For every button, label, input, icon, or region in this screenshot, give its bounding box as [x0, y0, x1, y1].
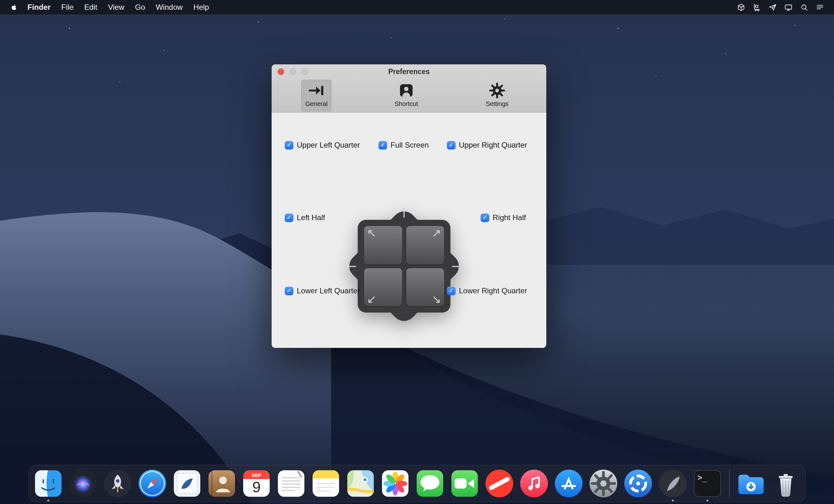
checkbox[interactable]: ✓	[285, 141, 293, 150]
check-icon: ✓	[286, 287, 292, 293]
dock-item-trash[interactable]	[771, 468, 801, 499]
paper-plane-icon[interactable]	[767, 2, 778, 12]
window-title: Preferences	[271, 67, 546, 76]
checkbox[interactable]: ✓	[285, 287, 293, 295]
graphic-quadrant-tiles: ↖ ↗ ↙ ↘	[364, 226, 444, 306]
arrow-right-icon: →	[452, 260, 462, 273]
dock-item-no-entry-app[interactable]	[484, 468, 514, 499]
menu-item-finder[interactable]: Finder	[22, 0, 56, 15]
tab-label: Shortcut	[395, 100, 418, 108]
arrow-down-left-icon: ↙	[367, 293, 376, 305]
menu-bar-status-tray	[736, 2, 834, 12]
dock-separator	[729, 469, 730, 498]
dock-item-contacts[interactable]	[206, 468, 237, 499]
menu-item-file[interactable]: File	[56, 0, 79, 15]
move-to-edge-icon	[308, 82, 325, 99]
dock-item-finder[interactable]	[33, 468, 63, 499]
checkbox-label: Upper Right Quarter	[459, 141, 527, 150]
close-button[interactable]	[278, 68, 284, 75]
terminal-prompt-label: >_	[697, 473, 707, 483]
checkbox-label: Left Half	[297, 213, 325, 222]
display-mirroring-icon[interactable]	[783, 2, 794, 12]
quadrant-tile-upper-right: ↗	[406, 226, 444, 264]
checkbox-label: Full Screen	[391, 141, 429, 150]
gear-icon	[489, 82, 506, 99]
notification-list-icon[interactable]	[814, 2, 825, 12]
dock: SEP9	[28, 465, 806, 502]
check-icon: ✓	[448, 141, 454, 148]
checkbox[interactable]: ✓	[447, 287, 456, 295]
checkbox-label: Upper Left Quarter	[297, 141, 360, 150]
desktop: Finder File Edit View Go Window Help	[0, 0, 834, 504]
dock-item-terminal[interactable]: >_	[693, 468, 723, 499]
checkbox-label: Lower Right Quarter	[459, 286, 527, 295]
hand-truck-icon[interactable]	[751, 2, 762, 12]
checkbox-item-left-half[interactable]: ✓ Left Half	[285, 213, 325, 223]
apple-menu[interactable]	[7, 3, 20, 12]
user-card-icon	[398, 82, 415, 99]
dock-item-messages[interactable]	[415, 468, 445, 499]
checkbox-label: Right Half	[493, 213, 526, 222]
tab-general[interactable]: General	[301, 80, 331, 111]
checkbox-item-lower-left-quarter[interactable]: ✓ Lower Left Quarter	[285, 286, 360, 296]
quadrant-tile-lower-left: ↙	[364, 268, 402, 307]
box-icon[interactable]	[736, 2, 746, 12]
dock-item-window-manager[interactable]	[658, 468, 688, 499]
running-indicator	[672, 500, 674, 502]
dock-item-siri[interactable]	[68, 468, 98, 499]
dock-item-calendar[interactable]: SEP9	[241, 468, 271, 499]
arrow-up-left-icon: ↖	[367, 227, 376, 239]
dock-item-system-preferences[interactable]	[588, 468, 618, 499]
tab-shortcut[interactable]: Shortcut	[391, 80, 421, 111]
checkbox-label: Lower Left Quarter	[297, 286, 360, 295]
checkbox-item-full-screen[interactable]: ✓ Full Screen	[378, 140, 429, 150]
checkbox[interactable]: ✓	[447, 141, 456, 150]
checkbox[interactable]: ✓	[481, 214, 489, 222]
checkbox-item-lower-right-quarter[interactable]: ✓ Lower Right Quarter	[447, 286, 527, 296]
dock-item-maps[interactable]	[345, 468, 376, 499]
apple-logo-icon	[10, 3, 17, 12]
menu-item-help[interactable]: Help	[188, 0, 214, 15]
dock-item-disk-utility[interactable]	[623, 468, 653, 499]
dock-item-app-store[interactable]	[554, 468, 584, 499]
check-icon: ✓	[482, 214, 488, 220]
dock-item-launchpad[interactable]	[103, 468, 133, 499]
menu-item-edit[interactable]: Edit	[79, 0, 103, 15]
running-indicator	[707, 500, 708, 502]
spotlight-search-icon[interactable]	[799, 2, 809, 12]
dock-item-safari[interactable]	[137, 468, 168, 499]
dock-item-mail[interactable]	[172, 468, 202, 499]
check-icon: ✓	[286, 141, 292, 148]
dock-item-music[interactable]	[519, 468, 549, 499]
minimize-button	[290, 68, 296, 75]
menu-item-window[interactable]: Window	[151, 0, 188, 15]
arrow-left-icon: ←	[346, 260, 357, 273]
menu-item-view[interactable]: View	[103, 0, 130, 15]
preferences-window: Preferences General Shortcut	[271, 64, 546, 348]
window-header[interactable]: Preferences General Shortcut	[271, 64, 546, 113]
calendar-month-label: SEP	[252, 473, 261, 478]
dock-item-photos[interactable]	[380, 468, 410, 499]
dock-item-notes[interactable]	[311, 468, 341, 499]
arrow-down-right-icon: ↘	[432, 293, 441, 305]
dock-item-textedit[interactable]	[276, 468, 306, 499]
traffic-lights	[278, 68, 308, 75]
dock-item-facetime[interactable]	[449, 468, 480, 499]
check-icon: ✓	[448, 287, 454, 293]
checkbox-item-upper-right-quarter[interactable]: ✓ Upper Right Quarter	[447, 140, 527, 150]
zoom-button	[302, 68, 308, 75]
checkbox[interactable]: ✓	[285, 214, 293, 222]
arrow-up-icon: ↑	[398, 206, 410, 220]
checkbox-item-right-half[interactable]: ✓ Right Half	[481, 213, 526, 223]
quadrant-tile-upper-left: ↖	[364, 226, 402, 264]
tab-label: General	[305, 100, 327, 108]
dock-item-downloads[interactable]	[736, 468, 766, 499]
running-indicator	[47, 500, 49, 502]
checkbox-item-upper-left-quarter[interactable]: ✓ Upper Left Quarter	[285, 140, 360, 150]
menu-bar: Finder File Edit View Go Window Help	[0, 0, 834, 15]
tab-settings[interactable]: Settings	[482, 80, 512, 111]
menu-item-go[interactable]: Go	[130, 0, 151, 15]
checkbox[interactable]: ✓	[378, 141, 387, 150]
quadrant-tile-lower-right: ↘	[406, 268, 444, 307]
check-icon: ✓	[380, 141, 386, 148]
